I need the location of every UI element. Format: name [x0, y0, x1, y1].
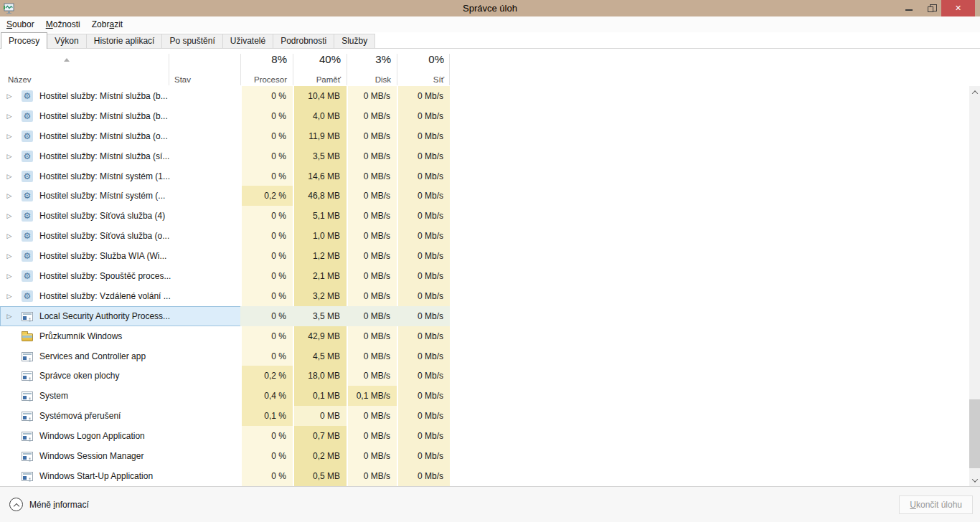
menu-soubor[interactable]: Soubor	[1, 17, 40, 32]
process-name: Hostitel služby: Spouštěč proces...	[39, 271, 171, 281]
tab-v-kon[interactable]: Výkon	[47, 34, 86, 48]
process-row[interactable]: ▷ ⚙ Hostitel služby: Místní služba (b...…	[0, 106, 450, 126]
column-header-status[interactable]: Stav	[174, 75, 191, 84]
process-name-cell: ▷ ⚙ Hostitel služby: Spouštěč proces...	[0, 266, 240, 286]
network-cell: 0 Mb/s	[397, 226, 450, 246]
process-row[interactable]: ▷ ⚙ Hostitel služby: Spouštěč proces... …	[0, 266, 450, 286]
tab-u-ivatel-[interactable]: Uživatelé	[222, 34, 273, 48]
expand-arrow-icon[interactable]: ▷	[6, 212, 13, 219]
end-task-button[interactable]: Ukončit úlohu	[899, 495, 973, 514]
memory-cell: 0,7 MB	[293, 426, 347, 446]
disk-cell: 0 MB/s	[347, 246, 397, 266]
column-header-cpu[interactable]: 8% Procesor	[240, 49, 293, 87]
gear-icon: ⚙	[22, 130, 33, 142]
process-name-cell: ▷ ⚙ Hostitel služby: Místní služba (b...	[0, 106, 240, 126]
process-row[interactable]: ▷ ⚙ Hostitel služby: Místní služba (o...…	[0, 126, 450, 146]
process-name-cell: System	[0, 386, 240, 406]
column-divider	[169, 54, 169, 85]
restore-button[interactable]	[920, 0, 941, 16]
expand-arrow-icon[interactable]: ▷	[6, 293, 13, 300]
process-row[interactable]: ▷ Local Security Authority Process... 0 …	[0, 306, 450, 326]
network-cell: 0 Mb/s	[397, 406, 450, 426]
expand-arrow-icon[interactable]: ▷	[6, 133, 13, 140]
memory-cell: 0,5 MB	[293, 466, 347, 486]
chevron-up-icon	[13, 503, 19, 508]
memory-cell: 3,5 MB	[293, 306, 347, 326]
menu-zobrazit[interactable]: Zobrazit	[86, 17, 128, 32]
tab-podrobnosti[interactable]: Podrobnosti	[273, 34, 334, 48]
process-name: Hostitel služby: Místní systém (1...	[39, 171, 170, 181]
scroll-up-button[interactable]	[969, 86, 980, 98]
cpu-cell: 0 %	[240, 446, 293, 466]
scroll-down-button[interactable]	[969, 474, 980, 486]
scrollbar-thumb[interactable]	[969, 399, 980, 468]
process-row[interactable]: ▷ ⚙ Hostitel služby: Síťová služba (4) 0…	[0, 206, 450, 226]
cpu-cell: 0,1 %	[240, 406, 293, 426]
expand-arrow-icon[interactable]: ▷	[6, 153, 13, 160]
process-row[interactable]: Windows Start-Up Application 0 % 0,5 MB …	[0, 466, 450, 486]
process-row[interactable]: Windows Logon Application 0 % 0,7 MB 0 M…	[0, 426, 450, 446]
process-row[interactable]: ▷ ⚙ Hostitel služby: Služba WIA (Wi... 0…	[0, 246, 450, 266]
expand-arrow-icon[interactable]: ▷	[6, 92, 13, 100]
minimize-button[interactable]	[898, 0, 920, 16]
process-row[interactable]: ▷ ⚙ Hostitel služby: Místní systém (... …	[0, 186, 450, 206]
window-icon	[22, 371, 33, 381]
expand-arrow-icon[interactable]: ▷	[6, 272, 13, 280]
process-row[interactable]: ▷ ⚙ Hostitel služby: Místní služba (sí..…	[0, 146, 450, 166]
process-name: Hostitel služby: Místní služba (b...	[39, 111, 168, 121]
expand-arrow-icon[interactable]: ▷	[6, 252, 13, 260]
tab-historie-aplikac-[interactable]: Historie aplikací	[86, 34, 163, 48]
process-row[interactable]: Windows Session Manager 0 % 0,2 MB 0 MB/…	[0, 446, 450, 466]
expand-arrow-icon[interactable]: ▷	[6, 113, 13, 120]
disk-cell: 0 MB/s	[347, 166, 397, 186]
vertical-scrollbar[interactable]	[969, 86, 980, 486]
tab-po-spu-t-n-[interactable]: Po spuštění	[161, 34, 222, 48]
disk-cell: 0 MB/s	[347, 406, 397, 426]
process-row[interactable]: System 0,4 % 0,1 MB 0,1 MB/s 0 Mb/s	[0, 386, 450, 406]
process-name: Windows Session Manager	[39, 451, 143, 461]
process-name: Hostitel služby: Služba WIA (Wi...	[39, 251, 166, 261]
less-info-button[interactable]: Méně informací	[9, 498, 89, 511]
process-row[interactable]: Průzkumník Windows 0 % 42,9 MB 0 MB/s 0 …	[0, 326, 450, 346]
process-row[interactable]: ▷ ⚙ Hostitel služby: Místní služba (b...…	[0, 86, 450, 106]
window-icon	[22, 412, 33, 421]
tab-slu-by[interactable]: Služby	[334, 34, 375, 48]
cpu-cell: 0 %	[240, 106, 293, 126]
process-name: Hostitel služby: Síťová služba (o...	[39, 231, 169, 241]
expand-arrow-icon[interactable]: ▷	[6, 232, 13, 239]
process-row[interactable]: Systémová přerušení 0,1 % 0 MB 0 MB/s 0 …	[0, 406, 450, 426]
disk-cell: 0 MB/s	[347, 186, 397, 206]
disk-cell: 0 MB/s	[347, 286, 397, 306]
cpu-cell: 0 %	[240, 126, 293, 146]
process-name-cell: Průzkumník Windows	[0, 326, 240, 346]
network-cell: 0 Mb/s	[397, 346, 450, 366]
process-row[interactable]: ▷ ⚙ Hostitel služby: Vzdálené volání ...…	[0, 286, 450, 306]
tab-procesy[interactable]: Procesy	[1, 32, 47, 49]
memory-cell: 1,2 MB	[293, 246, 347, 266]
column-header-disk[interactable]: 3% Disk	[347, 49, 397, 87]
column-header-memory[interactable]: 40% Paměť	[293, 49, 347, 87]
disk-cell: 0 MB/s	[347, 146, 397, 166]
tab-strip: ProcesyVýkonHistorie aplikacíPo spuštění…	[0, 32, 980, 49]
expand-arrow-icon[interactable]: ▷	[6, 192, 13, 199]
process-name: Hostitel služby: Vzdálené volání ...	[39, 291, 171, 301]
process-row[interactable]: Services and Controller app 0 % 4,5 MB 0…	[0, 346, 450, 366]
process-name-cell: ▷ Local Security Authority Process...	[0, 306, 240, 326]
gear-icon: ⚙	[22, 250, 33, 262]
column-header-name[interactable]: Název	[8, 75, 32, 84]
window-icon	[22, 432, 33, 441]
cpu-cell: 0 %	[240, 306, 293, 326]
menu-moznosti[interactable]: Možnosti	[40, 17, 86, 32]
expand-arrow-icon[interactable]: ▷	[6, 313, 13, 320]
process-row[interactable]: Správce oken plochy 0,2 % 18,0 MB 0 MB/s…	[0, 366, 450, 386]
process-row[interactable]: ▷ ⚙ Hostitel služby: Síťová služba (o...…	[0, 226, 450, 246]
close-button[interactable]: ✕	[941, 0, 975, 16]
process-row[interactable]: ▷ ⚙ Hostitel služby: Místní systém (1...…	[0, 166, 450, 186]
column-header-network[interactable]: 0% Síť	[397, 49, 450, 87]
expand-arrow-icon[interactable]: ▷	[6, 173, 13, 180]
disk-cell: 0 MB/s	[347, 426, 397, 446]
window-icon	[22, 352, 33, 361]
memory-cell: 14,6 MB	[293, 166, 347, 186]
memory-cell: 5,1 MB	[293, 206, 347, 226]
process-name: Services and Controller app	[39, 351, 146, 361]
